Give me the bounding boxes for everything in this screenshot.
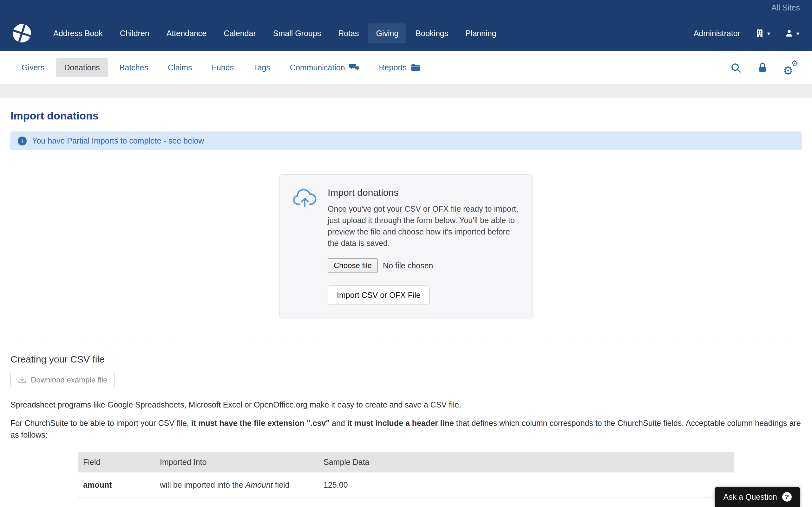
desc-field-name: Bank Reference [246,505,302,507]
search-icon[interactable] [730,62,742,73]
file-input: Choose file No file chosen [328,258,520,273]
nav-item-giving[interactable]: Giving [368,23,406,43]
csv-p2-text: For ChurchSuite to be able to import you… [10,418,191,428]
desc-field-name: Amount [246,481,273,489]
table-header-row: Field Imported Into Sample Data [78,452,734,472]
desc-text: field [273,481,290,489]
field-name-cell: amount [78,472,155,498]
subnav-item-givers[interactable]: Givers [13,58,53,77]
import-card-body: Import donations Once you've got your CS… [328,187,520,305]
nav-item-planning[interactable]: Planning [458,23,504,43]
csv-section: Creating your CSV file Download example … [10,354,802,507]
table-row: bank_reference will be imported into the… [78,498,734,507]
subnav-reports-label: Reports [379,63,407,72]
sample-data-cell: 125.00 [318,472,734,498]
gear-icon-small: ⚙ [791,60,798,67]
desc-text: will be imported into the [160,481,246,489]
download-example-button[interactable]: Download example file [10,372,114,388]
user-icon [785,29,794,38]
building-icon [755,29,764,38]
import-card-description: Once you've got your CSV or OFX file rea… [328,203,520,249]
header-right-cluster: Administrator ▾ ▾ [694,29,799,38]
partial-imports-alert: i You have Partial Imports to complete -… [10,131,802,150]
csv-p2-text: and [329,418,347,428]
subnav-item-tags[interactable]: Tags [245,58,278,77]
site-switcher-menu[interactable]: ▾ [755,29,770,38]
all-sites-link[interactable]: All Sites [771,3,800,12]
nav-item-small-groups[interactable]: Small Groups [265,23,328,43]
nav-item-rotas[interactable]: Rotas [331,23,366,43]
csv-paragraph-1: Spreadsheet programs like Google Spreads… [10,399,802,410]
subnav-item-batches[interactable]: Batches [111,58,156,77]
csv-p2-bold-header-line: it must include a header line [347,418,454,428]
nav-item-calendar[interactable]: Calendar [216,23,263,43]
folder-icon [411,64,420,72]
giving-subnav: Givers Donations Batches Claims Funds Ta… [0,51,812,84]
import-csv-button[interactable]: Import CSV or OFX File [328,285,430,305]
table-header-sample-data: Sample Data [318,452,734,472]
info-icon: i [18,136,27,146]
main-nav: Address Book Children Attendance Calenda… [46,23,504,43]
churchsuite-logo[interactable] [10,21,33,45]
nav-item-address-book[interactable]: Address Book [46,23,110,43]
imported-into-cell: will be imported into the Amount field [155,472,318,498]
main-nav-bar: Address Book Children Attendance Calenda… [0,15,812,51]
top-header: All Sites Address Book Children Attendan… [0,0,812,51]
ask-question-button[interactable]: Ask a Question ? [715,487,800,507]
csv-p2-bold-extension: it must have the file extension ".csv" [191,418,329,428]
download-example-label: Download example file [31,376,107,384]
sample-data-cell: GBAKER [318,498,734,507]
settings-icon[interactable]: ⚙ ⚙ [783,61,798,75]
subnav-item-reports[interactable]: Reports [371,58,429,77]
alert-text: You have Partial Imports to complete - s… [32,136,204,146]
ask-question-label: Ask a Question [723,493,777,502]
main-panel: Import donations i You have Partial Impo… [0,98,812,507]
subnav-item-funds[interactable]: Funds [204,58,242,77]
section-divider [10,339,802,339]
no-file-chosen-text: No file chosen [383,261,433,270]
nav-item-children[interactable]: Children [112,23,157,43]
page-title: Import donations [10,110,802,122]
administrator-menu[interactable]: Administrator [694,29,740,38]
nav-item-bookings[interactable]: Bookings [408,23,456,43]
table-header-field: Field [78,452,155,472]
table-header-imported-into: Imported Into [155,452,318,472]
question-icon: ? [782,492,792,502]
choose-file-button[interactable]: Choose file [328,258,378,273]
subnav-item-claims[interactable]: Claims [159,58,200,77]
column-headings-table: Field Imported Into Sample Data amount w… [78,452,734,507]
subnav-item-donations[interactable]: Donations [56,58,108,77]
imported-into-cell: will be imported into the Bank Reference… [155,498,318,507]
csv-section-heading: Creating your CSV file [10,354,802,365]
chat-bubbles-icon [349,63,359,72]
caret-down-icon: ▾ [767,30,770,37]
import-card-title: Import donations [328,187,520,198]
cloud-upload-icon [292,187,320,305]
lock-icon[interactable] [757,62,768,73]
caret-down-icon: ▾ [797,30,799,37]
user-menu[interactable]: ▾ [785,29,799,38]
subnav-tools: ⚙ ⚙ [730,61,799,75]
all-sites-strip: All Sites [0,0,812,15]
subnav-item-communication[interactable]: Communication [282,58,368,77]
import-card: Import donations Once you've got your CS… [279,174,533,319]
subnav-communication-label: Communication [290,63,345,72]
download-icon [18,376,26,384]
table-row: amount will be imported into the Amount … [78,472,734,498]
nav-item-attendance[interactable]: Attendance [159,23,214,43]
csv-paragraph-2: For ChurchSuite to be able to import you… [10,417,802,441]
field-name-cell: bank_reference [78,498,155,507]
desc-text: will be imported into the [160,505,246,507]
